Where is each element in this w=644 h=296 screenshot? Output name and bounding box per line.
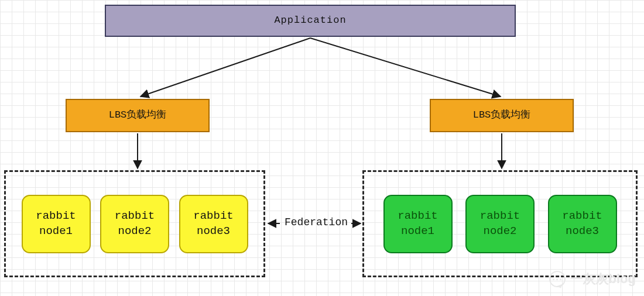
rabbit-node: rabbitnode2 bbox=[465, 195, 535, 253]
rabbit-node: rabbitnode1 bbox=[383, 195, 453, 253]
node-label: rabbitnode1 bbox=[398, 209, 437, 239]
lbs-left-label: LBS负载均衡 bbox=[109, 109, 167, 122]
node-label: rabbitnode2 bbox=[115, 209, 155, 239]
edge-app-to-lbs-left bbox=[141, 38, 310, 97]
node-label: rabbitnode3 bbox=[562, 209, 602, 239]
node-label: rabbitnode2 bbox=[480, 209, 520, 239]
lbs-right-label: LBS负载均衡 bbox=[473, 109, 531, 122]
rabbit-node: rabbitnode2 bbox=[100, 195, 169, 253]
cluster-right: rabbitnode1 rabbitnode2 rabbitnode3 bbox=[362, 170, 638, 277]
node-label: rabbitnode3 bbox=[193, 209, 233, 239]
node-label: rabbitnode1 bbox=[36, 209, 76, 239]
edge-app-to-lbs-right bbox=[310, 38, 501, 97]
application-box: Application bbox=[105, 5, 516, 37]
rabbit-node: rabbitnode3 bbox=[179, 195, 248, 253]
lbs-box-right: LBS负载均衡 bbox=[430, 99, 574, 132]
application-label: Application bbox=[274, 14, 346, 27]
federation-label: Federation bbox=[269, 216, 363, 228]
cluster-left: rabbitnode1 rabbitnode2 rabbitnode3 bbox=[4, 170, 265, 277]
rabbit-node: rabbitnode3 bbox=[548, 195, 617, 253]
rabbit-node: rabbitnode1 bbox=[22, 195, 91, 253]
lbs-box-left: LBS负载均衡 bbox=[66, 99, 210, 132]
